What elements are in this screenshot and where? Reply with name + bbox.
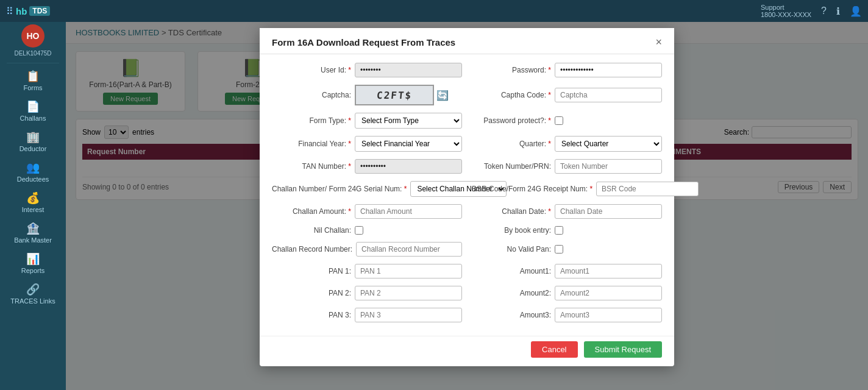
challan-number-label: Challan Number/ Form 24G Serial Num: * bbox=[272, 185, 407, 193]
tan-label: TAN Number: * bbox=[272, 162, 351, 171]
password-label: Password: * bbox=[472, 66, 551, 74]
password-input[interactable] bbox=[555, 63, 662, 77]
info-icon[interactable]: ℹ bbox=[836, 5, 840, 17]
challan-record-label: Challan Record Number: bbox=[272, 245, 352, 254]
pan3-row: PAN 3: bbox=[272, 308, 462, 322]
financial-year-select[interactable]: Select Financial Year 2023-24 2022-23 20… bbox=[355, 136, 462, 152]
captcha-code-label: Captha Code: * bbox=[472, 91, 551, 99]
amount3-input[interactable] bbox=[555, 308, 662, 322]
submit-request-button[interactable]: Submit Request bbox=[584, 341, 663, 358]
help-icon[interactable]: ? bbox=[821, 5, 827, 16]
nil-challan-row: Nil Challan: bbox=[272, 226, 462, 235]
captcha-label: Captcha: bbox=[272, 91, 351, 99]
challan-record-row: Challan Record Number: bbox=[272, 242, 462, 257]
amount2-label: Amount2: bbox=[472, 289, 551, 297]
token-label: Token Number/PRN: bbox=[472, 162, 551, 171]
bsr-input[interactable] bbox=[596, 182, 699, 196]
form-type-select[interactable]: Select Form Type Form 16A Form 16B Form … bbox=[355, 113, 462, 129]
sidebar-item-traces-links[interactable]: 🔗 TRACES Links bbox=[0, 279, 66, 308]
captcha-row: Captcha: C2FT$ 🔄 bbox=[272, 85, 462, 105]
traces-icon: 🔗 bbox=[26, 283, 40, 296]
app-logo: ⠿ hb TDS bbox=[6, 5, 50, 17]
pan3-input[interactable] bbox=[355, 308, 462, 322]
main-content-area: HOSTBOOKS LIMITED > TDS Certificate 📗 Fo… bbox=[66, 22, 868, 390]
modal-dialog: Form 16A Download Request From Traces × … bbox=[260, 28, 674, 366]
modal-overlay: Form 16A Download Request From Traces × … bbox=[66, 22, 868, 390]
forms-icon: 📋 bbox=[26, 69, 40, 83]
by-book-row: By book entry: bbox=[472, 226, 662, 235]
captcha-display: C2FT$ 🔄 bbox=[355, 85, 449, 105]
nil-challan-checkbox[interactable] bbox=[355, 226, 363, 235]
amount3-row: Amount3: bbox=[472, 308, 662, 322]
pan1-row: PAN 1: bbox=[272, 264, 462, 278]
user-id-input[interactable] bbox=[355, 63, 462, 77]
password-protect-checkbox[interactable] bbox=[555, 116, 563, 125]
challan-date-label: Challan Date: * bbox=[472, 207, 551, 216]
financial-year-label: Financial Year: * bbox=[272, 140, 351, 148]
form-type-row: Form Type: * Select Form Type Form 16A F… bbox=[272, 113, 462, 129]
quarter-row: Quarter: * Select Quarter Q1 Q2 Q3 Q4 bbox=[472, 136, 662, 152]
password-protect-row: Password protect?: * bbox=[472, 113, 662, 129]
challan-number-row: Challan Number/ Form 24G Serial Num: * S… bbox=[272, 181, 462, 197]
captcha-image: C2FT$ bbox=[355, 85, 434, 105]
no-valid-pan-label: No Valid Pan: bbox=[472, 245, 551, 254]
amount1-input[interactable] bbox=[555, 264, 662, 278]
sidebar-item-reports[interactable]: 📊 Reports bbox=[0, 249, 66, 278]
sidebar: HO DELK10475D 📋 Forms 📄 Challans 🏢 Deduc… bbox=[0, 22, 66, 390]
cancel-button[interactable]: Cancel bbox=[531, 341, 577, 358]
nil-challan-label: Nil Challan: bbox=[272, 226, 351, 235]
user-icon[interactable]: 👤 bbox=[850, 5, 862, 17]
modal-close-button[interactable]: × bbox=[655, 37, 662, 48]
amount2-input[interactable] bbox=[555, 286, 662, 300]
form-type-label: Form Type: * bbox=[272, 116, 351, 125]
quarter-label: Quarter: * bbox=[472, 140, 551, 148]
sidebar-item-forms[interactable]: 📋 Forms bbox=[0, 66, 66, 95]
tan-input[interactable] bbox=[355, 159, 462, 174]
captcha-refresh-icon[interactable]: 🔄 bbox=[436, 90, 449, 101]
by-book-label: By book entry: bbox=[472, 226, 551, 235]
challan-amount-label: Challan Amount: * bbox=[272, 207, 351, 216]
challans-icon: 📄 bbox=[26, 100, 40, 113]
challan-amount-row: Challan Amount: * bbox=[272, 204, 462, 219]
interest-icon: 💰 bbox=[26, 191, 40, 205]
challan-amount-input[interactable] bbox=[355, 204, 462, 219]
avatar: HO bbox=[21, 24, 44, 48]
amount1-row: Amount1: bbox=[472, 264, 662, 278]
top-navbar: ⠿ hb TDS Support 1800-XXX-XXXX ? ℹ 👤 bbox=[0, 0, 868, 22]
reports-icon: 📊 bbox=[26, 252, 40, 266]
pan2-row: PAN 2: bbox=[272, 286, 462, 300]
by-book-checkbox[interactable] bbox=[555, 226, 563, 235]
token-input[interactable] bbox=[555, 159, 662, 174]
token-row: Token Number/PRN: bbox=[472, 159, 662, 174]
quarter-select[interactable]: Select Quarter Q1 Q2 Q3 Q4 bbox=[555, 136, 662, 152]
pan2-label: PAN 2: bbox=[272, 289, 351, 297]
challan-date-input[interactable] bbox=[555, 204, 662, 219]
support-info: Support 1800-XXX-XXXX bbox=[761, 4, 811, 18]
sidebar-item-challans[interactable]: 📄 Challans bbox=[0, 96, 66, 126]
no-valid-pan-checkbox[interactable] bbox=[555, 245, 563, 254]
password-protect-label: Password protect?: * bbox=[472, 116, 551, 125]
deductees-icon: 👥 bbox=[26, 161, 40, 174]
modal-title: Form 16A Download Request From Traces bbox=[272, 37, 455, 48]
sidebar-item-bank-master[interactable]: 🏦 Bank Master bbox=[0, 218, 66, 247]
pan3-label: PAN 3: bbox=[272, 311, 351, 319]
pan2-input[interactable] bbox=[355, 286, 462, 300]
sidebar-item-deductees[interactable]: 👥 Deductees bbox=[0, 157, 66, 186]
challan-record-input[interactable] bbox=[356, 242, 462, 257]
pan1-input[interactable] bbox=[355, 264, 462, 278]
password-row: Password: * bbox=[472, 63, 662, 77]
captcha-code-input[interactable] bbox=[555, 88, 662, 102]
no-valid-pan-row: No Valid Pan: bbox=[472, 242, 662, 257]
modal-header: Form 16A Download Request From Traces × bbox=[260, 28, 674, 54]
captcha-code-row: Captha Code: * bbox=[472, 85, 662, 105]
sidebar-item-interest[interactable]: 💰 Interest bbox=[0, 188, 66, 217]
user-id-row: User Id: * bbox=[272, 63, 462, 77]
deductor-id: DELK10475D bbox=[14, 50, 51, 57]
bank-icon: 🏦 bbox=[26, 222, 40, 235]
modal-body: User Id: * Password: * bbox=[260, 54, 674, 336]
sidebar-item-deductor[interactable]: 🏢 Deductor bbox=[0, 127, 66, 156]
bsr-label: BSR Code/Form 24G Receipt Num: * bbox=[472, 185, 592, 193]
challan-date-row: Challan Date: * bbox=[472, 204, 662, 219]
amount2-row: Amount2: bbox=[472, 286, 662, 300]
modal-footer: Cancel Submit Request bbox=[260, 336, 674, 366]
